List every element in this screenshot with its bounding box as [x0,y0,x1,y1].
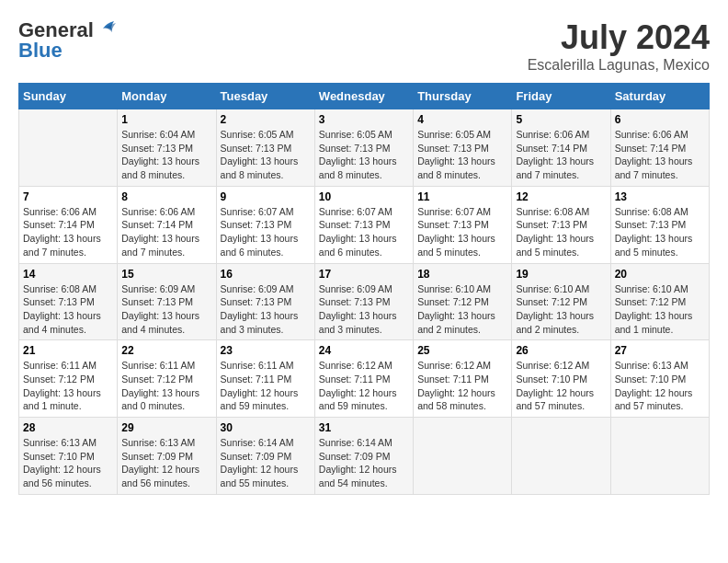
calendar-cell: 25Sunrise: 6:12 AMSunset: 7:11 PMDayligh… [414,340,512,418]
calendar-cell: 10Sunrise: 6:07 AMSunset: 7:13 PMDayligh… [314,186,413,263]
logo-bird-icon [96,21,116,36]
day-number: 5 [516,113,606,126]
day-number: 19 [516,268,606,281]
calendar-cell: 30Sunrise: 6:14 AMSunset: 7:09 PMDayligh… [216,418,314,495]
day-info: Sunrise: 6:13 AMSunset: 7:10 PMDaylight:… [23,436,113,490]
calendar-cell: 2Sunrise: 6:05 AMSunset: 7:13 PMDaylight… [216,109,314,187]
day-info: Sunrise: 6:11 AMSunset: 7:11 PMDaylight:… [221,359,311,413]
day-info: Sunrise: 6:12 AMSunset: 7:10 PMDaylight:… [516,359,606,413]
day-number: 9 [221,190,311,203]
week-row-3: 14Sunrise: 6:08 AMSunset: 7:13 PMDayligh… [19,263,710,340]
day-number: 10 [319,190,409,203]
week-row-5: 28Sunrise: 6:13 AMSunset: 7:10 PMDayligh… [19,418,710,495]
header-day-monday: Monday [118,84,216,109]
subtitle: Escalerilla Lagunas, Mexico [528,57,710,74]
day-number: 25 [417,344,507,357]
day-number: 16 [221,268,311,281]
calendar-cell: 21Sunrise: 6:11 AMSunset: 7:12 PMDayligh… [19,340,118,418]
day-number: 8 [121,190,211,203]
calendar-cell: 22Sunrise: 6:11 AMSunset: 7:12 PMDayligh… [118,340,216,418]
calendar-cell: 20Sunrise: 6:10 AMSunset: 7:12 PMDayligh… [610,263,709,340]
day-number: 20 [615,268,705,281]
day-number: 2 [221,113,311,126]
calendar-cell: 27Sunrise: 6:13 AMSunset: 7:10 PMDayligh… [610,340,709,418]
day-info: Sunrise: 6:09 AMSunset: 7:13 PMDaylight:… [319,282,409,337]
day-number: 31 [319,421,409,434]
day-info: Sunrise: 6:07 AMSunset: 7:13 PMDaylight:… [417,205,507,259]
calendar-cell: 5Sunrise: 6:06 AMSunset: 7:14 PMDaylight… [512,109,610,187]
day-number: 12 [516,190,606,203]
day-info: Sunrise: 6:06 AMSunset: 7:14 PMDaylight:… [121,205,211,259]
logo-text-blue: Blue [18,39,63,63]
week-row-4: 21Sunrise: 6:11 AMSunset: 7:12 PMDayligh… [19,340,710,418]
day-number: 24 [319,344,409,357]
day-info: Sunrise: 6:05 AMSunset: 7:13 PMDaylight:… [319,128,409,182]
day-number: 3 [319,113,409,126]
calendar-cell: 7Sunrise: 6:06 AMSunset: 7:14 PMDaylight… [19,186,118,263]
day-number: 22 [121,344,211,357]
day-number: 23 [221,344,311,357]
day-info: Sunrise: 6:08 AMSunset: 7:13 PMDaylight:… [23,282,113,337]
day-number: 21 [23,344,113,357]
day-number: 4 [417,113,507,126]
header-day-sunday: Sunday [19,84,118,109]
calendar-cell: 28Sunrise: 6:13 AMSunset: 7:10 PMDayligh… [19,418,118,495]
day-info: Sunrise: 6:14 AMSunset: 7:09 PMDaylight:… [221,436,311,490]
header-day-friday: Friday [512,84,610,109]
calendar-cell: 15Sunrise: 6:09 AMSunset: 7:13 PMDayligh… [118,263,216,340]
calendar-cell: 24Sunrise: 6:12 AMSunset: 7:11 PMDayligh… [314,340,413,418]
day-number: 28 [23,421,113,434]
day-info: Sunrise: 6:08 AMSunset: 7:13 PMDaylight:… [516,205,606,259]
day-number: 17 [319,268,409,281]
day-info: Sunrise: 6:04 AMSunset: 7:13 PMDaylight:… [121,128,211,182]
day-info: Sunrise: 6:06 AMSunset: 7:14 PMDaylight:… [615,128,705,182]
calendar-cell: 3Sunrise: 6:05 AMSunset: 7:13 PMDaylight… [314,109,413,187]
calendar-cell: 31Sunrise: 6:14 AMSunset: 7:09 PMDayligh… [314,418,413,495]
day-info: Sunrise: 6:05 AMSunset: 7:13 PMDaylight:… [417,128,507,182]
day-number: 26 [516,344,606,357]
day-info: Sunrise: 6:13 AMSunset: 7:09 PMDaylight:… [121,436,211,490]
day-number: 15 [121,268,211,281]
page-header: General Blue July 2024 Escalerilla Lagun… [18,18,710,74]
logo: General Blue [18,18,116,63]
header-day-wednesday: Wednesday [314,84,413,109]
day-number: 27 [615,344,705,357]
week-row-2: 7Sunrise: 6:06 AMSunset: 7:14 PMDaylight… [19,186,710,263]
calendar-table: SundayMondayTuesdayWednesdayThursdayFrid… [18,83,710,495]
day-info: Sunrise: 6:10 AMSunset: 7:12 PMDaylight:… [615,282,705,337]
day-info: Sunrise: 6:11 AMSunset: 7:12 PMDaylight:… [23,359,113,413]
day-number: 18 [417,268,507,281]
calendar-cell: 18Sunrise: 6:10 AMSunset: 7:12 PMDayligh… [414,263,512,340]
day-number: 13 [615,190,705,203]
week-row-1: 1Sunrise: 6:04 AMSunset: 7:13 PMDaylight… [19,109,710,187]
day-number: 1 [121,113,211,126]
calendar-cell: 26Sunrise: 6:12 AMSunset: 7:10 PMDayligh… [512,340,610,418]
day-info: Sunrise: 6:12 AMSunset: 7:11 PMDaylight:… [417,359,507,413]
calendar-cell: 4Sunrise: 6:05 AMSunset: 7:13 PMDaylight… [414,109,512,187]
calendar-cell [414,418,512,495]
day-number: 11 [417,190,507,203]
calendar-cell: 19Sunrise: 6:10 AMSunset: 7:12 PMDayligh… [512,263,610,340]
calendar-cell: 16Sunrise: 6:09 AMSunset: 7:13 PMDayligh… [216,263,314,340]
day-info: Sunrise: 6:06 AMSunset: 7:14 PMDaylight:… [23,205,113,259]
calendar-cell: 14Sunrise: 6:08 AMSunset: 7:13 PMDayligh… [19,263,118,340]
day-info: Sunrise: 6:10 AMSunset: 7:12 PMDaylight:… [516,282,606,337]
header-day-tuesday: Tuesday [216,84,314,109]
calendar-cell: 23Sunrise: 6:11 AMSunset: 7:11 PMDayligh… [216,340,314,418]
header-day-saturday: Saturday [610,84,709,109]
main-title: July 2024 [528,18,710,57]
day-info: Sunrise: 6:08 AMSunset: 7:13 PMDaylight:… [615,205,705,259]
title-area: July 2024 Escalerilla Lagunas, Mexico [528,18,710,74]
day-info: Sunrise: 6:06 AMSunset: 7:14 PMDaylight:… [516,128,606,182]
day-info: Sunrise: 6:09 AMSunset: 7:13 PMDaylight:… [221,282,311,337]
calendar-cell: 9Sunrise: 6:07 AMSunset: 7:13 PMDaylight… [216,186,314,263]
day-number: 30 [221,421,311,434]
calendar-cell: 8Sunrise: 6:06 AMSunset: 7:14 PMDaylight… [118,186,216,263]
day-info: Sunrise: 6:09 AMSunset: 7:13 PMDaylight:… [121,282,211,337]
calendar-cell: 13Sunrise: 6:08 AMSunset: 7:13 PMDayligh… [610,186,709,263]
header-row: SundayMondayTuesdayWednesdayThursdayFrid… [19,84,710,109]
day-info: Sunrise: 6:07 AMSunset: 7:13 PMDaylight:… [221,205,311,259]
calendar-cell [512,418,610,495]
calendar-cell: 11Sunrise: 6:07 AMSunset: 7:13 PMDayligh… [414,186,512,263]
day-info: Sunrise: 6:07 AMSunset: 7:13 PMDaylight:… [319,205,409,259]
